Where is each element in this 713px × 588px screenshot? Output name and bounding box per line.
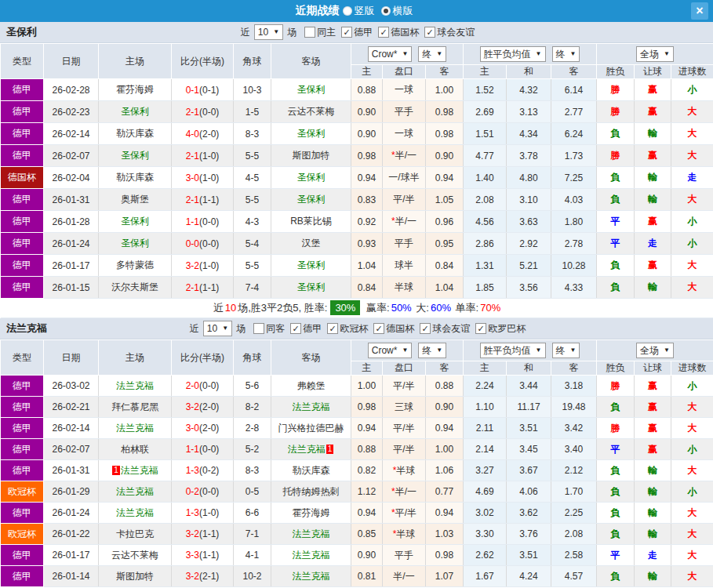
avg-final-select[interactable]: 终▼ xyxy=(552,343,580,358)
handicap-result-cell: 赢 xyxy=(635,211,671,233)
match-row: 德甲26-02-28霍芬海姆0-1(0-1)10-3圣保利0.88一球1.001… xyxy=(1,79,713,101)
result-label: 平 xyxy=(611,444,620,455)
win-lose-cell: 負 xyxy=(597,503,635,524)
fulltime-score: 0-2 xyxy=(186,486,199,497)
league-checkbox-2[interactable]: ✓ xyxy=(373,323,384,334)
handicap-cell: 一球 xyxy=(383,123,426,145)
crow-odds-cell: 0.88 xyxy=(426,376,464,397)
score-cell: 1-1(0-0) xyxy=(172,439,234,460)
score-cell: 3-0(2-0) xyxy=(172,418,234,439)
crow-company-select[interactable]: Crow*▼ xyxy=(368,46,413,62)
layout-radio-horizontal[interactable]: 横版 xyxy=(381,4,413,18)
goals-result-cell: 大 xyxy=(671,101,713,123)
avg-odds-cell: 2.11 xyxy=(464,418,507,439)
avg-odds-select[interactable]: 胜平负均值▼ xyxy=(480,343,546,358)
header-row-groups: 类型日期主场比分(半场)角球客场Crow*▼终▼胜平负均值▼终▼全场▼ xyxy=(1,340,713,361)
result-label: 小 xyxy=(688,486,697,497)
league-type-cell: 德甲 xyxy=(1,566,44,587)
corner-cell: 5-5 xyxy=(234,189,271,211)
goals-result-cell: 小 xyxy=(671,211,713,233)
handicap-result-cell: 輸 xyxy=(635,481,671,503)
goals-result-cell: 走 xyxy=(671,167,713,189)
team-label: 斯图加特 xyxy=(293,150,330,161)
fulltime-score: 2-1 xyxy=(186,151,199,162)
league-checkbox-label: 德国杯 xyxy=(386,322,414,336)
crow-odds-cell: 0.96 xyxy=(426,211,464,233)
result-label: 輸 xyxy=(648,128,657,139)
team-label: 圣保利 xyxy=(297,128,326,139)
crow-final-select-value: 终 xyxy=(422,47,431,61)
goals-result-cell: 大 xyxy=(671,123,713,145)
halftime-score: (2-0) xyxy=(199,401,219,412)
team-label: 法兰克福 xyxy=(293,401,330,412)
result-label: 小 xyxy=(688,380,697,391)
win-lose-cell: 勝 xyxy=(597,376,635,397)
handicap-cell: 一/球半 xyxy=(383,167,426,189)
result-label: 小 xyxy=(688,216,697,227)
handicap-result-cell: 赢 xyxy=(635,79,671,101)
fullmatch-scope-select[interactable]: 全场▼ xyxy=(636,343,674,358)
home-team-cell: 1法兰克福 xyxy=(99,460,172,481)
odds-group-header: 胜平负均值▼终▼ xyxy=(464,340,597,361)
league-checkbox-4[interactable]: ✓ xyxy=(475,323,486,334)
subcol-header: 进球数 xyxy=(671,361,713,376)
crow-odds-cell: 0.90 xyxy=(426,145,464,167)
col-header: 角球 xyxy=(234,44,271,79)
away-team-cell: 圣保利 xyxy=(271,255,351,277)
avg-odds-select-value: 胜平负均值 xyxy=(484,343,531,358)
result-label: 負 xyxy=(611,528,620,539)
league-checkbox-1[interactable]: ✓ xyxy=(327,323,338,334)
score-cell: 0-2(0-0) xyxy=(172,481,234,503)
fullmatch-scope-select[interactable]: 全场▼ xyxy=(636,46,674,62)
subcol-header: 主 xyxy=(464,361,507,376)
league-checkbox-2[interactable]: ✓ xyxy=(424,27,435,38)
avg-odds-select[interactable]: 胜平负均值▼ xyxy=(480,46,546,62)
match-count-select[interactable]: 10▼ xyxy=(254,24,283,40)
away-team-cell: 门兴格拉德巴赫 xyxy=(271,418,351,439)
win-lose-cell: 平 xyxy=(597,233,635,255)
handicap-result-cell: 赢 xyxy=(635,397,671,418)
subcol-header: 进球数 xyxy=(671,65,713,79)
crow-odds-cell: 0.88 xyxy=(351,439,383,460)
scope-checkbox[interactable] xyxy=(253,323,264,334)
handicap-star: * xyxy=(391,486,395,497)
match-date: 26-02-23 xyxy=(44,101,99,123)
filter-near-label: 近 xyxy=(241,26,250,39)
crow-company-select[interactable]: Crow*▼ xyxy=(368,343,413,358)
scope-checkbox-label: 同客 xyxy=(266,322,285,336)
team-label: 沃尔夫斯堡 xyxy=(111,281,158,292)
section-header: 法兰克福近10▼场同客✓德甲✓欧冠杯✓德国杯✓球会友谊✓欧罗巴杯 xyxy=(0,318,713,339)
match-row: 德甲26-01-28圣保利1-1(0-0)4-3RB莱比锡0.92*半/一0.9… xyxy=(1,211,713,233)
match-row: 德甲26-01-17云达不莱梅3-3(1-1)4-1法兰克福0.90平手0.98… xyxy=(1,545,713,566)
scope-checkbox[interactable] xyxy=(304,27,315,38)
close-button[interactable]: × xyxy=(691,2,708,20)
away-team-cell: RB莱比锡 xyxy=(271,211,351,233)
league-type-cell: 欧冠杯 xyxy=(1,524,44,545)
sections-container: 圣保利近10▼场同主✓德甲✓德国杯✓球会友谊类型日期主场比分(半场)角球客场Cr… xyxy=(0,22,713,587)
match-row: 德甲26-02-07柏林联1-1(0-0)5-2法兰克福10.88平/半1.00… xyxy=(1,439,713,460)
avg-odds-cell: 4.03 xyxy=(551,189,597,211)
layout-radio-vertical[interactable]: 竖版 xyxy=(343,4,375,18)
crow-company-select-value: Crow* xyxy=(372,343,398,358)
handicap-result-cell: 赢 xyxy=(635,255,671,277)
league-checkbox-label: 欧罗巴杯 xyxy=(488,322,526,336)
avg-final-select[interactable]: 终▼ xyxy=(552,46,580,62)
league-checkbox-0[interactable]: ✓ xyxy=(290,323,301,334)
match-row: 欧冠杯26-01-29法兰克福0-2(0-0)0-5托特纳姆热刺1.12*半/一… xyxy=(1,481,713,503)
team-label: 法兰克福 xyxy=(293,528,330,539)
handicap-cell: *半/一 xyxy=(383,145,426,167)
league-checkbox-1[interactable]: ✓ xyxy=(378,27,389,38)
league-checkbox-3[interactable]: ✓ xyxy=(420,323,431,334)
league-checkbox-0[interactable]: ✓ xyxy=(341,27,352,38)
avg-odds-cell: 2.24 xyxy=(464,376,507,397)
match-count-select[interactable]: 10▼ xyxy=(203,321,232,336)
home-team-cell: 圣保利 xyxy=(99,101,172,123)
crow-final-select[interactable]: 终▼ xyxy=(418,46,446,62)
handicap-star: * xyxy=(391,216,395,227)
fulltime-score: 1-1 xyxy=(186,444,199,455)
handicap-cell: 半/一 xyxy=(383,566,426,587)
corner-cell: 1-5 xyxy=(234,101,271,123)
crow-final-select[interactable]: 终▼ xyxy=(418,343,446,358)
away-team-cell: 云达不莱梅 xyxy=(271,101,351,123)
dialog-title: 近期战绩 xyxy=(296,4,340,18)
